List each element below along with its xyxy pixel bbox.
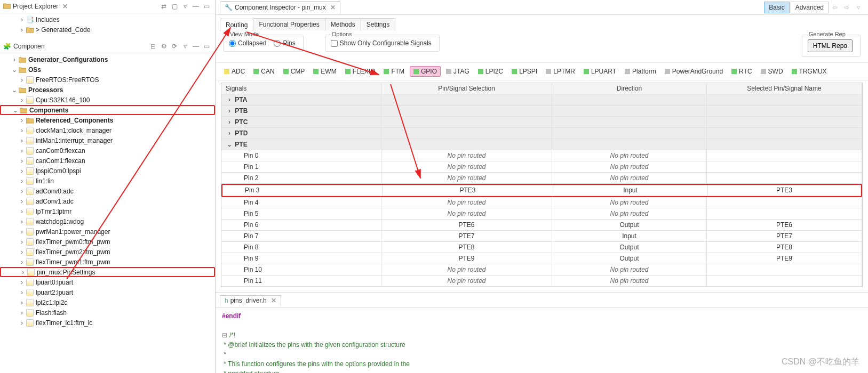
col-signals[interactable]: Signals bbox=[221, 83, 381, 94]
tree-item-referenced-components[interactable]: ›Referenced_Components bbox=[0, 115, 215, 125]
code-view[interactable]: #endif ⊟/*! * @brief Initializes the pin… bbox=[216, 308, 868, 373]
table-row[interactable]: Pin 5No pin routedNo pin routed bbox=[221, 208, 862, 220]
category-lpi2c[interactable]: LPI2C bbox=[475, 67, 506, 76]
tree-item-lpuart0-lpuart[interactable]: ›lpuart0:lpuart bbox=[0, 277, 215, 287]
group-ptc[interactable]: › PTC bbox=[221, 117, 862, 128]
tree-item-watchdog1-wdog[interactable]: ›watchdog1:wdog bbox=[0, 216, 215, 226]
tree-item-pin-mux-pinsettings[interactable]: ›pin_mux:PinSettings bbox=[0, 267, 215, 277]
tree-item-lpspicom0-lpspi[interactable]: ›lpspiCom0:lpspi bbox=[0, 166, 215, 176]
tree-item-adconv0-adc[interactable]: ›adConv0:adc bbox=[0, 186, 215, 196]
tree-item-flash-flash[interactable]: ›Flash:flash bbox=[0, 307, 215, 318]
collapse-all-icon[interactable]: ⊟ bbox=[149, 42, 157, 51]
category-can[interactable]: CAN bbox=[250, 67, 277, 76]
tree-item-lpuart2-lpuart[interactable]: ›lpuart2:lpuart bbox=[0, 287, 215, 297]
table-row[interactable]: Pin 11No pin routedNo pin routed bbox=[221, 275, 862, 287]
forward-icon[interactable]: ⇨ bbox=[841, 4, 852, 11]
category-platform[interactable]: Platform bbox=[622, 67, 659, 76]
tree-item-cpu-s32k146-100[interactable]: ›Cpu:S32K146_100 bbox=[0, 95, 215, 105]
category-lpspi[interactable]: LPSPI bbox=[508, 67, 540, 76]
maximize-icon[interactable]: ▭ bbox=[202, 2, 211, 11]
category-lptmr[interactable]: LPTMR bbox=[543, 67, 578, 76]
subtab-routing[interactable]: Routing bbox=[220, 19, 253, 31]
tree-item-generator-configurations[interactable]: ›Generator_Configurations bbox=[0, 54, 215, 64]
col-selection[interactable]: Pin/Signal Selection bbox=[381, 83, 552, 94]
components-tree[interactable]: ›Generator_Configurations⌄OSs›FreeRTOS:F… bbox=[0, 53, 215, 333]
filter-icon[interactable]: ⚙ bbox=[160, 42, 168, 51]
category-gpio[interactable]: GPIO bbox=[410, 66, 441, 77]
radio-collapsed[interactable]: Collapsed bbox=[229, 39, 266, 47]
back-icon[interactable]: ⇦ bbox=[830, 4, 840, 11]
group-ptd[interactable]: › PTD bbox=[221, 128, 862, 139]
table-row[interactable]: Pin 7PTE7InputPTE7 bbox=[221, 231, 862, 242]
table-row[interactable]: Pin 6PTE6OutputPTE6 bbox=[221, 220, 862, 231]
category-powerandground[interactable]: PowerAndGround bbox=[662, 67, 726, 76]
subtab-functional-properties[interactable]: Functional Properties bbox=[253, 18, 325, 30]
tree-item-lpi2c1-lpi2c[interactable]: ›lpi2c1:lpi2c bbox=[0, 297, 215, 307]
tree-item-generated-code[interactable]: › > Generated_Code bbox=[0, 25, 215, 35]
group-ptb[interactable]: › PTB bbox=[221, 106, 862, 117]
tree-item-includes[interactable]: ›📑 Includes bbox=[0, 14, 215, 25]
col-name[interactable]: Selected Pin/Signal Name bbox=[707, 83, 862, 94]
category-swd[interactable]: SWD bbox=[758, 67, 786, 76]
tree-item-components[interactable]: ⌄Components bbox=[0, 105, 215, 115]
table-row[interactable]: Pin 10No pin routedNo pin routed bbox=[221, 264, 862, 275]
table-row[interactable]: Pin 9PTE9OutputPTE9 bbox=[221, 253, 862, 264]
close-icon[interactable]: ✕ bbox=[62, 3, 68, 10]
subtab-methods[interactable]: Methods bbox=[325, 18, 361, 30]
tree-item-cancom1-flexcan[interactable]: ›canCom1:flexcan bbox=[0, 156, 215, 166]
close-icon[interactable]: ✕ bbox=[330, 4, 336, 11]
collapse-icon[interactable]: ▢ bbox=[170, 2, 179, 11]
project-explorer-tree[interactable]: ›📑 Includes › > Generated_Code bbox=[0, 13, 215, 40]
link-editor-icon[interactable]: ⇄ bbox=[160, 2, 168, 11]
category-cmp[interactable]: CMP bbox=[280, 67, 308, 76]
tree-item-clockman1-clock-manager[interactable]: ›clockMan1:clock_manager bbox=[0, 125, 215, 135]
minimize-icon[interactable]: — bbox=[192, 42, 200, 51]
tree-item-flextimer-ic1-ftm-ic[interactable]: ›flexTimer_ic1:ftm_ic bbox=[0, 318, 215, 328]
code-file-tab[interactable]: h pins_driver.h ✕ bbox=[220, 295, 281, 305]
component-icon bbox=[26, 76, 34, 84]
tree-item-cancom0-flexcan[interactable]: ›canCom0:flexcan bbox=[0, 145, 215, 156]
table-row[interactable]: Pin 2No pin routedNo pin routed bbox=[221, 173, 862, 184]
minimize-icon[interactable]: — bbox=[192, 2, 200, 11]
table-row[interactable]: Pin 8PTE8OutputPTE8 bbox=[221, 242, 862, 253]
tree-item-processors[interactable]: ⌄Processors bbox=[0, 85, 215, 95]
radio-pins[interactable]: Pins bbox=[274, 39, 295, 47]
html-report-button[interactable]: HTML Repo bbox=[808, 39, 853, 52]
category-rtc[interactable]: RTC bbox=[728, 67, 755, 76]
table-row[interactable]: Pin 3PTE3InputPTE3 bbox=[221, 184, 862, 197]
refresh-icon[interactable]: ⟳ bbox=[170, 42, 179, 51]
tree-item-oss[interactable]: ⌄OSs bbox=[0, 64, 215, 75]
col-direction[interactable]: Direction bbox=[552, 83, 707, 94]
tree-item-intman1-interrupt-manager[interactable]: ›intMan1:interrupt_manager bbox=[0, 135, 215, 145]
tree-item-flextimer-pwm0-ftm-pwm[interactable]: ›flexTimer_pwm0:ftm_pwm bbox=[0, 237, 215, 247]
category-ewm[interactable]: EWM bbox=[310, 67, 339, 76]
category-ftm[interactable]: FTM bbox=[380, 67, 408, 76]
mode-advanced[interactable]: Advanced bbox=[791, 2, 829, 13]
close-icon[interactable]: ✕ bbox=[271, 297, 276, 304]
tree-item-lptmr1-lptmr[interactable]: ›lpTmr1:lptmr bbox=[0, 206, 215, 216]
category-adc[interactable]: ADC bbox=[221, 67, 248, 76]
inspector-tab[interactable]: 🔧 Component Inspector - pin_mux ✕ bbox=[220, 1, 340, 13]
view-menu-icon[interactable]: ▿ bbox=[181, 42, 189, 51]
category-flexio[interactable]: FLEXIO bbox=[342, 67, 379, 76]
table-row[interactable]: Pin 4No pin routedNo pin routed bbox=[221, 197, 862, 208]
category-trgmux[interactable]: TRGMUX bbox=[789, 67, 830, 76]
category-jtag[interactable]: JTAG bbox=[443, 67, 473, 76]
tree-item-flextimer-pwm2-ftm-pwm[interactable]: ›flexTimer_pwm2:ftm_pwm bbox=[0, 247, 215, 257]
table-row[interactable]: Pin 0No pin routedNo pin routed bbox=[221, 150, 862, 161]
subtab-settings[interactable]: Settings bbox=[361, 18, 395, 30]
view-menu-icon[interactable]: ▿ bbox=[853, 4, 864, 11]
group-pte[interactable]: ⌄ PTE bbox=[221, 139, 862, 150]
tree-item-flextimer-pwm1-ftm-pwm[interactable]: ›flexTimer_pwm1:ftm_pwm bbox=[0, 257, 215, 267]
table-row[interactable]: Pin 1No pin routedNo pin routed bbox=[221, 161, 862, 173]
mode-basic[interactable]: Basic bbox=[764, 2, 789, 13]
group-pta[interactable]: › PTA bbox=[221, 94, 862, 106]
tree-item-adconv1-adc[interactable]: ›adConv1:adc bbox=[0, 196, 215, 206]
tree-item-freertos-freertos[interactable]: ›FreeRTOS:FreeRTOS bbox=[0, 75, 215, 85]
category-lpuart[interactable]: LPUART bbox=[580, 67, 619, 76]
tree-item-pwrman1-power-manager[interactable]: ›pwrMan1:power_manager bbox=[0, 226, 215, 237]
tree-item-lin1-lin[interactable]: ›lin1:lin bbox=[0, 176, 215, 186]
maximize-icon[interactable]: ▭ bbox=[202, 42, 211, 51]
view-menu-icon[interactable]: ▿ bbox=[181, 2, 189, 11]
chk-show-only-configurable[interactable]: Show Only Configurable Signals bbox=[331, 39, 432, 47]
